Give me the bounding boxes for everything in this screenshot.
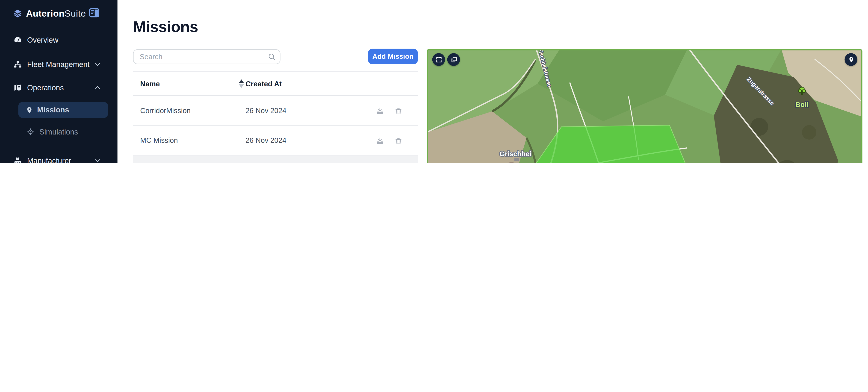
- sidebar-item-manufacturer[interactable]: Manufacturer: [0, 152, 118, 163]
- add-mission-button[interactable]: Add Mission: [368, 49, 418, 64]
- mission-name: CorridorMission: [133, 106, 245, 115]
- chevron-down-icon: [94, 61, 101, 68]
- trash-icon: [395, 107, 402, 115]
- chevron-down-icon: [94, 157, 101, 163]
- sidebar-item-label: Missions: [37, 106, 69, 114]
- mission-name: MC Mission: [133, 136, 245, 144]
- row-actions: [375, 126, 404, 156]
- chevron-up-icon: [94, 84, 101, 91]
- page-title: Missions: [133, 18, 198, 36]
- mission-map[interactable]: Grischhei Islikerwald Boll Fischheistras…: [427, 49, 863, 163]
- table-header-row: Name Created At: [133, 71, 418, 96]
- sidebar-item-label: Manufacturer: [27, 156, 71, 163]
- auterion-layers-logo-icon: [13, 9, 22, 18]
- search-icon: [268, 53, 276, 61]
- delete-mission-button[interactable]: [394, 106, 403, 116]
- row-actions: [375, 96, 404, 126]
- sidebar-item-simulations[interactable]: Simulations: [0, 124, 118, 140]
- table-row[interactable]: MC Mission 26 Nov 2024: [133, 126, 418, 156]
- sidebar-item-label: Overview: [27, 36, 58, 44]
- download-mission-button[interactable]: [375, 106, 385, 116]
- table-row[interactable]: SurveyMission 26 Nov 2024: [133, 156, 418, 163]
- row-actions: [375, 156, 404, 163]
- sidebar-item-label: Simulations: [39, 128, 78, 136]
- satellite-terrain: Grischhei Islikerwald Boll Fischheistras…: [427, 49, 863, 163]
- mission-created-at: 26 Nov 2024: [245, 136, 334, 144]
- gauge-icon: [13, 35, 22, 44]
- crosshair-icon: [27, 128, 34, 136]
- sidebar-item-overview[interactable]: Overview: [0, 32, 118, 48]
- sidebar-item-label: Operations: [27, 84, 64, 92]
- search-field-wrap: [133, 49, 280, 64]
- sidebar-item-operations[interactable]: Operations: [0, 79, 118, 96]
- app-root: AuterionSuite Overview F: [0, 0, 868, 163]
- download-icon: [375, 137, 384, 145]
- trash-icon: [395, 137, 402, 145]
- location-pin-icon: [26, 106, 33, 114]
- map-label-hamlet: Grischhei: [499, 150, 531, 158]
- search-input[interactable]: [133, 49, 280, 64]
- column-header-created-at[interactable]: Created At: [245, 79, 282, 88]
- hierarchy-icon: [13, 60, 22, 69]
- column-header-name[interactable]: Name: [133, 79, 245, 88]
- table-row[interactable]: CorridorMission 26 Nov 2024: [133, 96, 418, 126]
- brand-light: Suite: [65, 8, 86, 18]
- panel-toggle-icon: [89, 8, 100, 18]
- map-locate-button[interactable]: [845, 53, 858, 66]
- map-layers-button[interactable]: [447, 53, 460, 66]
- brand-wordmark: AuterionSuite: [26, 8, 86, 19]
- main-content: Missions Add Mission Name Created At: [118, 0, 868, 163]
- sidebar: AuterionSuite Overview F: [0, 0, 118, 163]
- download-icon: [375, 107, 384, 115]
- download-mission-button[interactable]: [375, 136, 385, 145]
- column-label: Name: [140, 79, 160, 88]
- map-label-locality: Boll: [796, 101, 809, 108]
- sidebar-item-missions[interactable]: Missions: [18, 102, 108, 118]
- mission-created-at: 26 Nov 2024: [245, 106, 334, 115]
- factory-conveyor-icon: [13, 156, 22, 163]
- brand-bold: Auterion: [26, 8, 65, 18]
- map-icon: [13, 83, 22, 92]
- copy-layers-icon: [451, 56, 457, 63]
- map-pin-icon: [848, 56, 855, 63]
- missions-table: Name Created At CorridorMission 26 Nov 2…: [133, 71, 418, 163]
- sidebar-collapse-button[interactable]: [88, 7, 100, 19]
- delete-mission-button[interactable]: [394, 136, 403, 145]
- map-fullscreen-button[interactable]: [432, 53, 445, 66]
- sort-ascending-icon[interactable]: [239, 79, 244, 88]
- expand-icon: [435, 56, 442, 63]
- sidebar-item-fleet-management[interactable]: Fleet Management: [0, 56, 118, 72]
- sidebar-item-label: Fleet Management: [27, 60, 90, 68]
